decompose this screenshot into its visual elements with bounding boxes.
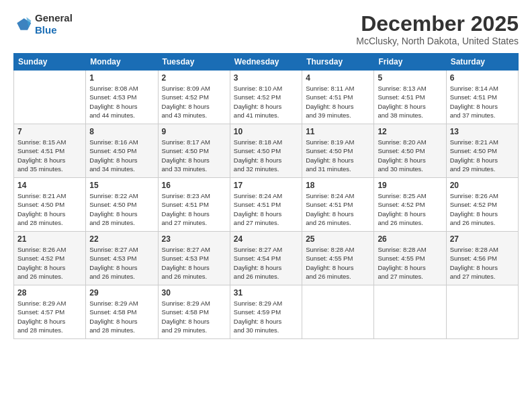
logo: General Blue: [13, 12, 73, 36]
day-info: Sunrise: 8:23 AM Sunset: 4:51 PM Dayligh…: [162, 191, 226, 227]
title-block: December 2025 McClusky, North Dakota, Un…: [356, 12, 519, 46]
logo-text: General Blue: [35, 12, 73, 36]
day-info: Sunrise: 8:08 AM Sunset: 4:53 PM Dayligh…: [89, 84, 154, 120]
day-number: 16: [162, 181, 226, 190]
day-number: 1: [89, 73, 154, 83]
day-number: 19: [378, 181, 442, 190]
col-tuesday: Tuesday: [158, 54, 230, 71]
month-title: December 2025: [356, 12, 519, 36]
table-row: 9Sunrise: 8:17 AM Sunset: 4:50 PM Daylig…: [158, 124, 230, 178]
table-row: 3Sunrise: 8:10 AM Sunset: 4:52 PM Daylig…: [230, 71, 302, 124]
day-number: 29: [89, 288, 154, 298]
table-row: 8Sunrise: 8:16 AM Sunset: 4:50 PM Daylig…: [86, 124, 158, 178]
day-info: Sunrise: 8:29 AM Sunset: 4:59 PM Dayligh…: [234, 299, 298, 334]
day-number: 12: [378, 127, 442, 136]
day-number: 2: [162, 73, 226, 83]
day-number: 11: [306, 127, 370, 136]
table-row: [14, 71, 86, 124]
day-number: 3: [234, 73, 298, 83]
table-row: 14Sunrise: 8:21 AM Sunset: 4:50 PM Dayli…: [14, 178, 86, 232]
day-number: 4: [306, 73, 370, 83]
col-monday: Monday: [86, 54, 158, 71]
table-row: 4Sunrise: 8:11 AM Sunset: 4:51 PM Daylig…: [302, 71, 374, 124]
table-row: 10Sunrise: 8:18 AM Sunset: 4:50 PM Dayli…: [230, 124, 302, 178]
table-row: [446, 285, 518, 339]
col-sunday: Sunday: [14, 54, 86, 71]
day-number: 31: [234, 288, 298, 298]
calendar-table: Sunday Monday Tuesday Wednesday Thursday…: [13, 53, 519, 339]
day-info: Sunrise: 8:17 AM Sunset: 4:50 PM Dayligh…: [162, 138, 226, 173]
table-row: 28Sunrise: 8:29 AM Sunset: 4:57 PM Dayli…: [14, 285, 86, 339]
table-row: 18Sunrise: 8:24 AM Sunset: 4:51 PM Dayli…: [302, 178, 374, 232]
table-row: 12Sunrise: 8:20 AM Sunset: 4:50 PM Dayli…: [374, 124, 446, 178]
table-row: [374, 285, 446, 339]
day-info: Sunrise: 8:24 AM Sunset: 4:51 PM Dayligh…: [306, 191, 370, 227]
day-number: 6: [450, 73, 515, 83]
table-row: 1Sunrise: 8:08 AM Sunset: 4:53 PM Daylig…: [86, 71, 158, 124]
day-info: Sunrise: 8:26 AM Sunset: 4:52 PM Dayligh…: [450, 191, 515, 227]
day-info: Sunrise: 8:28 AM Sunset: 4:55 PM Dayligh…: [378, 245, 442, 281]
day-number: 25: [306, 234, 370, 244]
day-info: Sunrise: 8:27 AM Sunset: 4:53 PM Dayligh…: [89, 245, 154, 281]
col-thursday: Thursday: [302, 54, 374, 71]
table-row: [302, 285, 374, 339]
table-row: 31Sunrise: 8:29 AM Sunset: 4:59 PM Dayli…: [230, 285, 302, 339]
day-number: 30: [162, 288, 226, 298]
day-number: 18: [306, 181, 370, 190]
day-info: Sunrise: 8:18 AM Sunset: 4:50 PM Dayligh…: [234, 138, 298, 173]
day-number: 10: [234, 127, 298, 136]
day-info: Sunrise: 8:28 AM Sunset: 4:55 PM Dayligh…: [306, 245, 370, 281]
calendar-header-row: Sunday Monday Tuesday Wednesday Thursday…: [14, 54, 519, 71]
day-info: Sunrise: 8:22 AM Sunset: 4:50 PM Dayligh…: [89, 191, 154, 227]
day-number: 7: [17, 127, 82, 136]
table-row: 26Sunrise: 8:28 AM Sunset: 4:55 PM Dayli…: [374, 232, 446, 285]
day-number: 9: [162, 127, 226, 136]
day-info: Sunrise: 8:26 AM Sunset: 4:52 PM Dayligh…: [17, 245, 82, 281]
day-info: Sunrise: 8:27 AM Sunset: 4:54 PM Dayligh…: [234, 245, 298, 281]
table-row: 6Sunrise: 8:14 AM Sunset: 4:51 PM Daylig…: [446, 71, 518, 124]
table-row: 2Sunrise: 8:09 AM Sunset: 4:52 PM Daylig…: [158, 71, 230, 124]
table-row: 23Sunrise: 8:27 AM Sunset: 4:53 PM Dayli…: [158, 232, 230, 285]
day-number: 13: [450, 127, 515, 136]
day-info: Sunrise: 8:24 AM Sunset: 4:51 PM Dayligh…: [234, 191, 298, 227]
day-info: Sunrise: 8:25 AM Sunset: 4:52 PM Dayligh…: [378, 191, 442, 227]
day-info: Sunrise: 8:20 AM Sunset: 4:50 PM Dayligh…: [378, 138, 442, 173]
day-info: Sunrise: 8:28 AM Sunset: 4:56 PM Dayligh…: [450, 245, 515, 281]
day-info: Sunrise: 8:09 AM Sunset: 4:52 PM Dayligh…: [162, 84, 226, 120]
table-row: 11Sunrise: 8:19 AM Sunset: 4:50 PM Dayli…: [302, 124, 374, 178]
calendar-week-row: 28Sunrise: 8:29 AM Sunset: 4:57 PM Dayli…: [14, 285, 519, 339]
col-wednesday: Wednesday: [230, 54, 302, 71]
table-row: 5Sunrise: 8:13 AM Sunset: 4:51 PM Daylig…: [374, 71, 446, 124]
day-info: Sunrise: 8:13 AM Sunset: 4:51 PM Dayligh…: [378, 84, 442, 120]
col-saturday: Saturday: [446, 54, 518, 71]
day-info: Sunrise: 8:21 AM Sunset: 4:50 PM Dayligh…: [450, 138, 515, 173]
table-row: 21Sunrise: 8:26 AM Sunset: 4:52 PM Dayli…: [14, 232, 86, 285]
table-row: 7Sunrise: 8:15 AM Sunset: 4:51 PM Daylig…: [14, 124, 86, 178]
logo-line2: Blue: [35, 24, 57, 36]
day-number: 5: [378, 73, 442, 83]
day-info: Sunrise: 8:27 AM Sunset: 4:53 PM Dayligh…: [162, 245, 226, 281]
day-number: 17: [234, 181, 298, 190]
day-info: Sunrise: 8:29 AM Sunset: 4:58 PM Dayligh…: [162, 299, 226, 334]
calendar-week-row: 21Sunrise: 8:26 AM Sunset: 4:52 PM Dayli…: [14, 232, 519, 285]
day-number: 8: [89, 127, 154, 136]
day-number: 22: [89, 234, 154, 244]
table-row: 16Sunrise: 8:23 AM Sunset: 4:51 PM Dayli…: [158, 178, 230, 232]
table-row: 19Sunrise: 8:25 AM Sunset: 4:52 PM Dayli…: [374, 178, 446, 232]
col-friday: Friday: [374, 54, 446, 71]
day-info: Sunrise: 8:29 AM Sunset: 4:57 PM Dayligh…: [17, 299, 82, 334]
day-number: 15: [89, 181, 154, 190]
day-info: Sunrise: 8:14 AM Sunset: 4:51 PM Dayligh…: [450, 84, 515, 120]
table-row: 25Sunrise: 8:28 AM Sunset: 4:55 PM Dayli…: [302, 232, 374, 285]
page: General Blue December 2025 McClusky, Nor…: [0, 0, 532, 411]
day-info: Sunrise: 8:15 AM Sunset: 4:51 PM Dayligh…: [17, 138, 82, 173]
day-info: Sunrise: 8:21 AM Sunset: 4:50 PM Dayligh…: [17, 191, 82, 227]
table-row: 30Sunrise: 8:29 AM Sunset: 4:58 PM Dayli…: [158, 285, 230, 339]
day-info: Sunrise: 8:19 AM Sunset: 4:50 PM Dayligh…: [306, 138, 370, 173]
table-row: 27Sunrise: 8:28 AM Sunset: 4:56 PM Dayli…: [446, 232, 518, 285]
table-row: 20Sunrise: 8:26 AM Sunset: 4:52 PM Dayli…: [446, 178, 518, 232]
day-number: 14: [17, 181, 82, 190]
day-number: 27: [450, 234, 515, 244]
logo-line1: General: [35, 12, 73, 24]
table-row: 22Sunrise: 8:27 AM Sunset: 4:53 PM Dayli…: [86, 232, 158, 285]
